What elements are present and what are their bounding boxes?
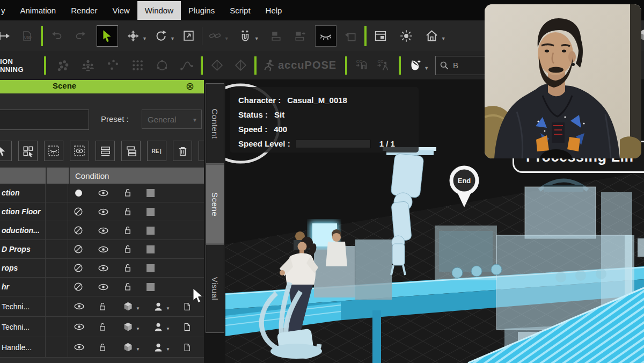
move-tool-button[interactable] [125, 27, 142, 45]
mesh-mode-control[interactable]: ▼ [122, 321, 140, 332]
table-row[interactable]: Handle... ▼ ▼ [0, 337, 204, 358]
group-icon[interactable] [79, 57, 97, 74]
color-swatch[interactable] [147, 283, 155, 291]
usd-export-icon[interactable] [18, 27, 35, 45]
eye-icon[interactable] [98, 281, 109, 293]
mesh-mode-control[interactable]: ▼ [122, 301, 140, 312]
lock-open-icon[interactable] [123, 282, 133, 292]
eye-icon[interactable] [74, 342, 85, 353]
page-icon[interactable] [182, 343, 192, 352]
eye-icon[interactable] [74, 321, 85, 332]
select-tool-button[interactable] [97, 25, 118, 47]
tab-scene[interactable]: Scene [206, 164, 224, 244]
link-icon[interactable] [207, 27, 224, 45]
avatar-mode-control[interactable]: ▼ [153, 301, 170, 312]
chevron-down-icon[interactable]: ▼ [224, 36, 229, 41]
color-swatch[interactable] [147, 208, 155, 216]
table-row[interactable]: ction [0, 184, 204, 202]
avatar-mode-control[interactable]: ▼ [153, 322, 170, 332]
cc-pose-icon[interactable] [353, 57, 370, 74]
lock-open-icon[interactable] [123, 263, 133, 273]
align-move-icon[interactable] [291, 27, 309, 45]
scene-name-input[interactable] [0, 110, 89, 130]
table-row[interactable]: ction Floor [0, 202, 204, 221]
delete-tool[interactable] [173, 141, 192, 161]
list-view-tool[interactable] [96, 141, 115, 161]
color-swatch[interactable] [147, 264, 155, 272]
loop-icon[interactable] [153, 57, 171, 74]
table-row[interactable]: Techni... ▼ ▼ [0, 317, 204, 337]
export-icon[interactable] [0, 27, 13, 45]
selection-state-icon[interactable] [73, 225, 84, 236]
mesh-mode-control[interactable]: ▼ [122, 342, 140, 353]
menu-item-animation[interactable]: Animation [13, 1, 64, 20]
menu-item-render[interactable]: Render [63, 1, 105, 20]
end-marker-pin[interactable]: End [449, 165, 480, 210]
grid-array-icon[interactable] [129, 57, 146, 74]
paste-pose-icon[interactable] [342, 27, 359, 45]
eye-icon[interactable] [98, 225, 109, 236]
color-swatch[interactable] [147, 227, 155, 235]
table-row[interactable]: D Props [0, 240, 204, 259]
scene-panel-header[interactable]: Scene ⊗ [0, 79, 204, 93]
close-icon[interactable]: ⊗ [186, 80, 194, 93]
light-icon[interactable] [398, 27, 415, 45]
page-icon[interactable] [182, 322, 192, 332]
table-row[interactable]: hr [0, 278, 204, 296]
path-icon[interactable] [178, 57, 195, 74]
menu-item-window[interactable]: Window [137, 1, 181, 20]
diamond2-icon[interactable] [232, 57, 249, 74]
eye-icon[interactable] [98, 206, 109, 217]
select-object-tool[interactable] [0, 141, 12, 161]
eye-icon[interactable] [98, 263, 109, 274]
menu-item-view[interactable]: View [105, 1, 137, 20]
lock-open-icon[interactable] [123, 244, 133, 254]
cc-motion-icon[interactable] [374, 57, 391, 74]
selection-state-icon[interactable] [73, 190, 84, 197]
chevron-down-icon[interactable]: ▼ [142, 36, 147, 41]
lock-open-icon[interactable] [123, 188, 133, 198]
selection-state-icon[interactable] [73, 263, 84, 273]
rotate-tool-button[interactable] [152, 27, 170, 45]
selection-state-icon[interactable] [73, 244, 84, 255]
menu-item-partial[interactable]: y [0, 1, 13, 20]
lock-open-icon[interactable] [98, 322, 107, 332]
accupose-logo[interactable]: accuPOSE [262, 59, 336, 72]
color-swatch[interactable] [147, 189, 155, 197]
hide-marquee-tool[interactable] [44, 141, 63, 161]
drop-logo-icon[interactable] [406, 57, 423, 74]
home-icon[interactable] [423, 27, 441, 45]
redo-icon[interactable] [72, 27, 89, 45]
scale-tool-button[interactable] [180, 27, 197, 45]
chevron-down-icon[interactable]: ▼ [170, 36, 175, 41]
snap-magnet-icon[interactable] [237, 27, 254, 45]
table-row[interactable]: Techni... ▼ ▼ [0, 296, 204, 317]
scatter-icon[interactable] [104, 57, 121, 74]
tab-visual[interactable]: Visual [206, 244, 224, 333]
selection-state-icon[interactable] [73, 281, 84, 292]
menu-item-plugins[interactable]: Plugins [181, 1, 222, 20]
tpose-tool[interactable] [199, 141, 204, 161]
undo-icon[interactable] [48, 27, 65, 45]
crowd-icon[interactable] [55, 57, 72, 74]
eye-icon[interactable] [98, 244, 109, 255]
table-row[interactable]: oduction... [0, 221, 204, 240]
lock-open-icon[interactable] [123, 226, 133, 235]
lock-open-icon[interactable] [123, 207, 133, 216]
lock-open-icon[interactable] [98, 302, 107, 311]
multi-select-tool[interactable] [18, 141, 38, 161]
chevron-down-icon[interactable]: ▼ [424, 66, 429, 71]
tree-view-tool[interactable] [121, 141, 141, 161]
chevron-down-icon[interactable]: ▼ [441, 36, 446, 41]
align-icon[interactable] [268, 27, 285, 45]
show-marquee-tool[interactable] [70, 141, 89, 161]
diamond-icon[interactable] [208, 57, 225, 74]
avatar-mode-control[interactable]: ▼ [153, 342, 170, 353]
table-row[interactable]: rops [0, 259, 204, 278]
hide-selected-button[interactable] [315, 25, 336, 47]
layout-panel-icon[interactable] [372, 27, 389, 45]
rename-tool[interactable]: REI [147, 141, 166, 161]
menu-item-script[interactable]: Script [222, 1, 258, 20]
color-swatch[interactable] [147, 245, 155, 253]
chevron-down-icon[interactable]: ▼ [254, 36, 259, 41]
